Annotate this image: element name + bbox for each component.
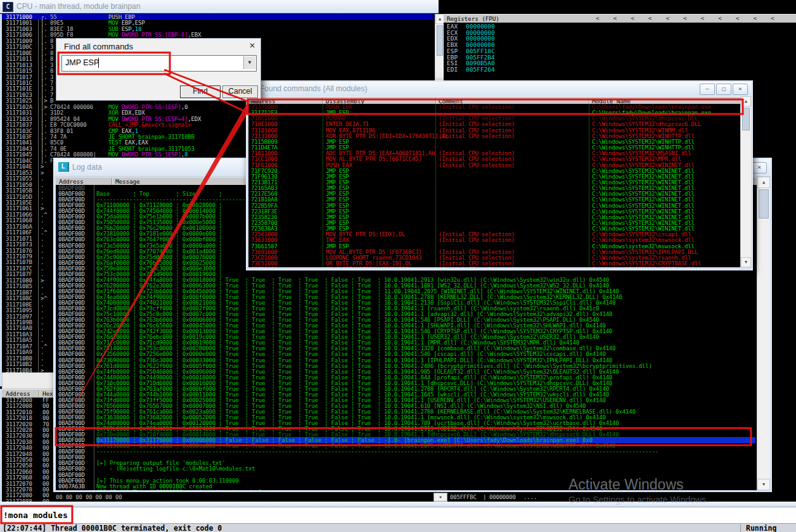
disasm-address: 31171037 [6, 122, 32, 128]
disasm-address: 3117104E [6, 164, 32, 170]
scroll-up-icon[interactable]: ▲ [741, 96, 751, 106]
text-caret [98, 58, 99, 68]
disasm-address: 3117105B [6, 188, 32, 194]
disasm-address: 3117108C [6, 296, 32, 301]
disasm-marker: . [41, 308, 44, 314]
log-col-address: Address [59, 178, 84, 185]
scroll-thumb[interactable] [742, 108, 750, 130]
log-scrollbar[interactable]: ▲ ▼ [757, 177, 770, 490]
disasm-marker: │. [41, 110, 47, 116]
status-bar: [22:07:44] Thread 00001B0C terminated, e… [0, 523, 796, 532]
hex-byte: 00 [42, 415, 49, 421]
command-bar-input[interactable]: !mona modules [3, 510, 68, 520]
disasm-address: 311710A5 [6, 338, 32, 343]
stack-ascii: .... [523, 495, 537, 500]
register-value: 005FF264 [466, 66, 495, 73]
command-bar[interactable]: !mona modules [0, 507, 796, 524]
disasm-address: 31171045 [6, 152, 32, 158]
close-icon[interactable]: ✕ [733, 84, 748, 95]
log-col-message: Message [115, 178, 140, 185]
hex-address: 31172018 [6, 415, 32, 421]
found-scrollbar[interactable]: ▲ ▼ [740, 96, 751, 267]
command-combobox[interactable]: JMP ESP ▼ [61, 55, 257, 72]
disasm-address: 31171011 [6, 56, 32, 62]
stack-divider: | [483, 495, 486, 500]
disasm-row[interactable]: 31171000┌.55PUSH EBP [2, 15, 437, 20]
disasm-bytes: 895D F8 [50, 32, 74, 38]
cpu-window-title: CPU - main thread, module brainpan [16, 2, 140, 11]
disasm-marker: . [41, 188, 44, 194]
scroll-thumb[interactable] [437, 25, 443, 56]
status-divider [740, 524, 741, 532]
dialog-title: Find all commands [64, 42, 133, 51]
find-commands-dialog[interactable]: Find all commands ✕ JMP ESP ▼ Find Cance… [56, 38, 261, 101]
hex-col-hex: Hex [42, 390, 53, 397]
found-results: 31171000PUSH EBP(Initial CPU selection)C… [248, 104, 740, 267]
dump-bytes: 00 00 00 00 00 00 00 [56, 495, 122, 500]
disasm-address: 31171055 [6, 176, 32, 182]
disasm-address: 3117100C [6, 44, 32, 50]
disasm-address: 3117106F [6, 230, 32, 236]
command-input[interactable]: JMP ESP [65, 58, 99, 67]
disasm-address: 31171031 [6, 110, 32, 116]
minimize-icon[interactable]: — [700, 84, 715, 95]
registers-pane[interactable]: Registers (FPU) < < < < < < < < < < < EA… [444, 14, 796, 80]
hex-byte: 00 [42, 445, 49, 451]
disasm-address: 31171095 [6, 308, 32, 314]
found-comment: (Initial CPU selection) [439, 134, 515, 139]
log-window-title: Log data [72, 163, 102, 172]
collapse-chevrons[interactable]: < < < < < < < < < < < [596, 15, 774, 22]
disasm-bytes: E8 7C0C0000 [50, 122, 86, 128]
dialog-close-icon[interactable]: ✕ [249, 41, 255, 50]
scroll-thumb[interactable] [759, 189, 769, 218]
found-comment: (Initial CPU selection) [439, 104, 515, 110]
disasm-address: 311710A9 [6, 350, 32, 355]
found-commands-window[interactable]: Found commands (All modules) — ▢ ✕ Addre… [246, 80, 753, 270]
found-disassembly: JO SHORT USERENV.73FD0FF7 [326, 267, 408, 267]
status-text: [22:07:44] Thread 00001B0C terminated, e… [3, 524, 222, 532]
found-module: C:\Windows\SYSTEM32\USERENV.dll [592, 267, 695, 267]
disasm-address: 3117107F [6, 272, 32, 277]
found-row[interactable]: 73FD1000JO SHORT USERENV.73FD0FF7(Initia… [248, 267, 740, 267]
disasm-marker: │. [41, 152, 47, 158]
disasm-address: 31171068 [6, 218, 32, 224]
found-comment: (Initial CPU selection) [439, 156, 515, 162]
disasm-address: 31171015 [6, 68, 32, 74]
disasm-scroll-filler [2, 372, 55, 389]
status-running: Running [746, 524, 776, 532]
stack-dropdown-icon[interactable]: ▼ [433, 493, 447, 502]
log-row: 0BADF00D--------------------------------… [56, 449, 757, 455]
found-disassembly: MOV AL,BYTE PTR DS:[6071CC45] [326, 156, 421, 162]
selected-row-highlight [2, 14, 433, 20]
disasm-marker: │. [41, 68, 47, 74]
disasm-address: 31171025 [6, 98, 32, 104]
disasm-address: 31171006 [6, 32, 32, 38]
disasm-marker: . [41, 284, 44, 289]
disasm-marker: │. [41, 122, 47, 128]
disasm-marker: │> [41, 98, 47, 104]
log-close-icon[interactable]: ✕ [752, 162, 767, 174]
disasm-address: 311710B2 [6, 362, 32, 367]
found-address: 71CC1000 [251, 156, 278, 162]
cancel-button[interactable]: Cancel [222, 86, 258, 98]
cpu-window-titlebar[interactable]: C CPU - main thread, module brainpan [0, 0, 439, 13]
scroll-down-icon[interactable]: ▼ [757, 479, 770, 490]
find-button[interactable]: Find [180, 86, 221, 98]
hex-address: 31172040 [6, 445, 32, 451]
scroll-up-icon[interactable]: ▲ [435, 14, 444, 24]
restore-icon[interactable]: ▢ [716, 84, 731, 95]
activate-windows-watermark: Activate Windows [568, 476, 684, 493]
register-name: EDI [447, 66, 458, 73]
disasm-marker: │. [41, 44, 47, 50]
disasm-marker: . [41, 218, 44, 224]
scroll-down-icon[interactable]: ▼ [741, 257, 751, 267]
log-message: - (Re)setting logfile c:\0xMat10\modules… [96, 466, 255, 472]
disasm-bytes: C70424 080000| [50, 152, 96, 158]
disasm-marker: . [41, 338, 44, 343]
found-window-title: Found commands (All modules) [260, 84, 367, 93]
log-address: 0067A63B [58, 484, 85, 490]
disasm-text: MOV DWORD PTR SS:[EBP-8],EBX [108, 32, 201, 38]
hex-col-address: Address [6, 390, 30, 397]
combobox-dropdown-icon[interactable]: ▼ [243, 56, 255, 69]
scroll-up-icon[interactable]: ▲ [757, 177, 770, 188]
